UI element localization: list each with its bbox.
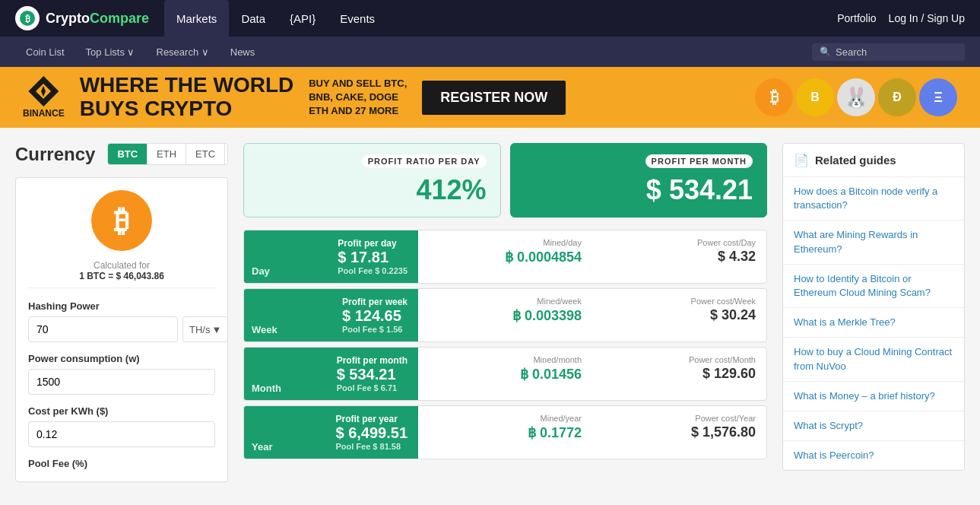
center-panel: PROFIT RATIO PER DAY 412% PROFIT PER MON… xyxy=(243,143,767,482)
power-cell: Power cost/Day $ 4.32 xyxy=(592,230,766,283)
nav-events[interactable]: Events xyxy=(328,0,387,37)
guide-link-item[interactable]: How does a Bitcoin node verify a transac… xyxy=(783,177,964,221)
bnb-coin-icon: B xyxy=(796,78,834,116)
power-consumption-input[interactable] xyxy=(28,369,215,395)
register-button[interactable]: REGISTER NOW xyxy=(422,81,566,115)
profit-day-value: 412% xyxy=(258,174,487,206)
period-cell: Profit per year $ 6,499.51 Pool Fee $ 81… xyxy=(244,406,418,459)
guide-link-anchor[interactable]: What is a Merkle Tree? xyxy=(794,316,896,328)
profit-day-label: PROFIT RATIO PER DAY xyxy=(362,154,487,168)
profit-card-day: PROFIT RATIO PER DAY 412% xyxy=(243,143,501,218)
search-icon: 🔍 xyxy=(820,46,831,57)
subnav-research[interactable]: Research ∨ xyxy=(146,37,220,67)
bunny-coin-icon: 🐰 xyxy=(837,78,875,116)
calc-rate: Calculated for 1 BTC = $ 46,043.86 xyxy=(28,260,215,288)
power-label: Power cost/Day xyxy=(603,238,756,247)
binance-label: BINANCE xyxy=(23,108,65,119)
power-value: $ 4.32 xyxy=(603,249,756,265)
profit-label: Profit per week xyxy=(342,297,408,307)
tab-etc[interactable]: ETC xyxy=(186,144,225,164)
cost-per-kwh-label: Cost per KWh ($) xyxy=(28,405,215,417)
guide-link-item[interactable]: How to Identify a Bitcoin or Ethereum Cl… xyxy=(783,265,964,308)
profit-month-label: PROFIT PER MONTH xyxy=(645,154,753,168)
portfolio-link[interactable]: Portfolio xyxy=(837,12,876,24)
related-guides-title: Related guides xyxy=(815,154,896,167)
doc-icon: 📄 xyxy=(794,153,809,167)
guide-link-item[interactable]: What is a Merkle Tree? xyxy=(783,308,964,338)
pool-fee: Pool Fee $ 0.2235 xyxy=(338,266,408,275)
nav-api[interactable]: {API} xyxy=(278,0,328,37)
binance-logo: BINANCE xyxy=(23,76,65,119)
mined-label: Mined/year xyxy=(429,414,582,423)
guide-link-anchor[interactable]: What is Scrypt? xyxy=(794,420,863,431)
binance-diamond-icon xyxy=(28,76,59,106)
hashing-power-row: TH/s ▼ xyxy=(28,316,215,342)
currency-title: Currency xyxy=(15,144,95,165)
mined-cell: Mined/week ฿ 0.003398 xyxy=(418,289,592,341)
guide-link-item[interactable]: What is Money – a brief history? xyxy=(783,382,964,411)
table-row: Profit per week $ 124.65 Pool Fee $ 1.56… xyxy=(243,288,767,342)
currency-tabs: BTC ETH ETC XMR ZEC DASH LTC xyxy=(107,143,228,165)
banner-description: BUY AND SELL BTC,BNB, CAKE, DOGEETH AND … xyxy=(309,77,407,119)
svg-text:₿: ₿ xyxy=(25,14,30,24)
power-cell: Power cost/Week $ 30.24 xyxy=(592,289,766,341)
profit-value: $ 124.65 xyxy=(342,307,408,325)
pool-fee: Pool Fee $ 6.71 xyxy=(337,383,408,392)
search-input[interactable] xyxy=(836,46,957,58)
profit-value: $ 6,499.51 xyxy=(335,424,408,442)
tab-btc[interactable]: BTC xyxy=(108,144,147,164)
table-row: Profit per year $ 6,499.51 Pool Fee $ 81… xyxy=(243,405,767,459)
profit-label: Profit per year xyxy=(335,414,408,424)
profit-value: $ 534.21 xyxy=(337,366,408,383)
sub-nav: Coin List Top Lists ∨ Research ∨ News 🔍 xyxy=(0,37,980,67)
power-cell: Power cost/Month $ 129.60 xyxy=(592,348,766,400)
subnav-coinlist[interactable]: Coin List xyxy=(15,37,75,67)
hashing-power-label: Hashing Power xyxy=(28,300,215,312)
power-label: Power cost/Year xyxy=(603,414,756,423)
mined-value: ฿ 0.01456 xyxy=(429,366,582,383)
currency-header: Currency BTC ETH ETC XMR ZEC DASH LTC xyxy=(15,143,228,165)
guide-link-item[interactable]: What is Scrypt? xyxy=(783,411,964,441)
power-label: Power cost/Week xyxy=(603,297,756,306)
data-rows: Profit per day $ 17.81 Pool Fee $ 0.2235… xyxy=(243,230,767,459)
guide-link-anchor[interactable]: How does a Bitcoin node verify a transac… xyxy=(794,186,937,211)
guide-link-item[interactable]: How to buy a Cloud Mining Contract from … xyxy=(783,338,964,381)
guide-link-anchor[interactable]: What is Peercoin? xyxy=(794,449,874,461)
mined-value: ฿ 0.0004854 xyxy=(429,249,582,265)
btc-coin-icon: ₿ xyxy=(755,78,793,116)
guide-link-anchor[interactable]: What are Mining Rewards in Ethereum? xyxy=(794,229,918,254)
power-cell: Power cost/Year $ 1,576.80 xyxy=(592,406,766,459)
mined-value: ฿ 0.003398 xyxy=(429,307,582,324)
calculator-box: ₿ Calculated for 1 BTC = $ 46,043.86 Has… xyxy=(15,177,228,482)
login-signup-link[interactable]: Log In / Sign Up xyxy=(889,12,965,24)
subnav-news[interactable]: News xyxy=(220,37,266,67)
period-label: Month xyxy=(252,383,281,394)
guide-link-anchor[interactable]: What is Money – a brief history? xyxy=(794,390,935,402)
related-guides-header: 📄 Related guides xyxy=(783,144,964,177)
profit-label: Profit per month xyxy=(337,355,408,366)
hashing-power-unit[interactable]: TH/s ▼ xyxy=(182,316,228,342)
cost-per-kwh-input[interactable] xyxy=(28,421,215,447)
eth-coin-icon: Ξ xyxy=(919,78,957,116)
power-value: $ 30.24 xyxy=(603,307,756,323)
banner-coins: ₿ B 🐰 Ð Ξ xyxy=(755,78,957,116)
guide-link-anchor[interactable]: How to buy a Cloud Mining Contract from … xyxy=(794,346,952,371)
profit-card-month: PROFIT PER MONTH $ 534.21 xyxy=(510,143,768,218)
mined-label: Mined/day xyxy=(429,238,582,247)
guide-link-anchor[interactable]: How to Identify a Bitcoin or Ethereum Cl… xyxy=(794,273,931,298)
mined-cell: Mined/month ฿ 0.01456 xyxy=(418,348,592,400)
nav-markets[interactable]: Markets xyxy=(164,0,229,37)
pool-fee: Pool Fee $ 1.56 xyxy=(342,325,408,334)
subnav-toplists[interactable]: Top Lists ∨ xyxy=(75,37,146,67)
pool-fee-label: Pool Fee (%) xyxy=(28,458,215,469)
guide-link-item[interactable]: What are Mining Rewards in Ethereum? xyxy=(783,221,964,264)
logo-icon: ₿ xyxy=(15,6,40,30)
power-value: $ 1,576.80 xyxy=(603,424,756,440)
tab-xmr[interactable]: XMR xyxy=(225,144,228,164)
guide-link-item[interactable]: What is Peercoin? xyxy=(783,441,964,470)
banner-title: WHERE THE WORLDBUYS CRYPTO xyxy=(80,74,294,121)
period-label: Year xyxy=(252,441,272,453)
hashing-power-input[interactable] xyxy=(28,316,178,342)
tab-eth[interactable]: ETH xyxy=(147,144,186,164)
nav-data[interactable]: Data xyxy=(229,0,278,37)
